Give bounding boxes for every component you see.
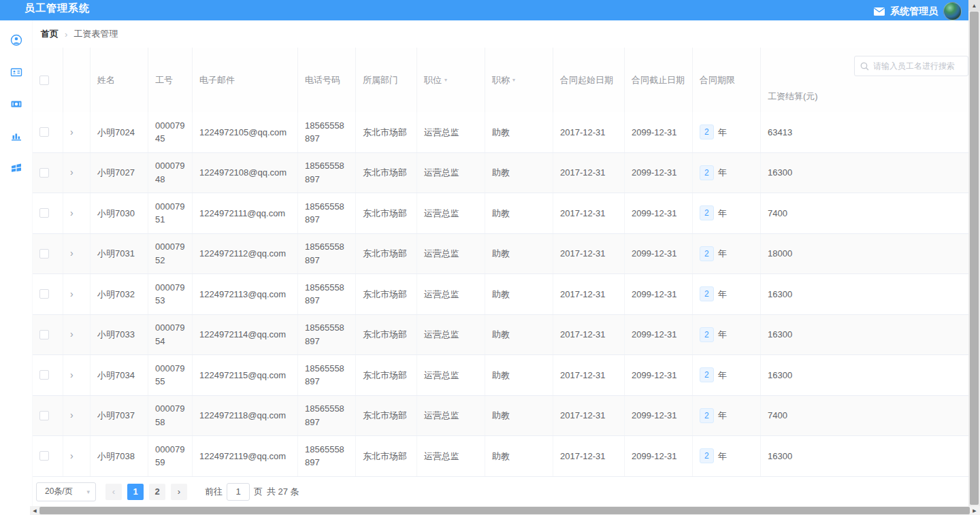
cell-emp-id: 00007948 [148,153,193,193]
cell-phone: 18565558897 [298,112,356,152]
vertical-scrollbar[interactable]: ▲ [968,0,980,507]
cell-email: 1224972114@qq.com [193,315,298,355]
cell-salary: 16300 [761,153,968,193]
cell-job-title: 助教 [485,436,553,476]
horizontal-scroll-thumb[interactable] [39,507,970,514]
user-name: 系统管理员 [890,5,938,18]
bar-chart-icon[interactable] [10,130,22,142]
scroll-right-icon[interactable]: ▶ [970,508,979,514]
avatar[interactable] [943,2,962,20]
col-position-label: 职位 [424,74,442,86]
cell-name: 小明7037 [91,396,148,436]
search-input[interactable] [873,61,962,71]
row-checkbox-cell [33,153,63,193]
col-contract-end: 合同截止日期 [625,48,693,112]
row-checkbox[interactable] [39,208,49,218]
main-content: 首页 › 工资表管理 姓名 工号 电子邮件 电话号码 所属部门 职位 ▾ 职称 … [33,20,968,506]
expand-row-icon[interactable]: › [70,125,74,139]
term-unit: 年 [718,207,727,220]
term-badge: 2 [700,286,714,301]
building-icon[interactable] [10,162,22,174]
row-checkbox[interactable] [39,249,49,259]
sort-caret-icon[interactable]: ▾ [444,77,447,83]
row-checkbox[interactable] [39,370,49,380]
cell-name: 小明7024 [91,112,148,152]
mail-icon[interactable] [874,7,885,16]
row-checkbox[interactable] [39,168,49,178]
cell-dept: 东北市场部 [356,193,417,233]
term-unit: 年 [718,409,727,422]
table-body: › 小明7024 00007945 1224972105@qq.com 1856… [33,112,968,477]
row-checkbox[interactable] [39,451,49,461]
expand-row-icon[interactable]: › [70,165,74,180]
cell-contract-end: 2099-12-31 [625,274,693,314]
col-contract-start: 合同起始日期 [553,48,625,112]
expand-row-icon[interactable]: › [70,408,74,422]
user-circle-icon[interactable] [10,34,22,46]
scroll-left-icon[interactable]: ◀ [30,508,39,514]
row-checkbox[interactable] [39,411,49,420]
cell-email: 1224972113@qq.com [193,274,298,314]
next-page-button[interactable]: › [171,484,187,500]
expand-row-icon[interactable]: › [70,368,74,382]
cell-contract-term: 2 年 [693,396,761,436]
cell-position: 运营总监 [417,274,485,314]
cell-name: 小明7027 [91,153,148,193]
cell-salary: 7400 [761,193,968,233]
cell-dept: 东北市场部 [356,315,417,355]
term-badge: 2 [700,205,714,220]
term-badge: 2 [700,367,714,382]
cell-contract-start: 2017-12-31 [553,355,625,395]
select-all-checkbox[interactable] [39,76,49,85]
cell-position: 运营总监 [417,315,485,355]
cell-email: 1224972118@qq.com [193,396,298,436]
cell-contract-end: 2099-12-31 [625,153,693,193]
term-badge: 2 [700,124,714,139]
expand-row-icon[interactable]: › [70,206,74,220]
term-badge: 2 [700,408,714,423]
breadcrumb-home[interactable]: 首页 [41,28,59,40]
cell-name: 小明7033 [91,315,148,355]
breadcrumb: 首页 › 工资表管理 [33,20,968,48]
expand-row-icon[interactable]: › [70,327,74,342]
expand-row-icon[interactable]: › [70,246,74,261]
page-size-select[interactable]: 20条/页 ▾ [36,482,96,501]
cell-job-title: 助教 [485,112,553,152]
row-checkbox[interactable] [39,127,49,137]
cell-job-title: 助教 [485,234,553,274]
row-checkbox-cell [33,234,63,274]
cell-salary: 63413 [761,112,968,152]
cell-name: 小明7030 [91,193,148,233]
cell-contract-start: 2017-12-31 [553,274,625,314]
expand-row-icon[interactable]: › [70,287,74,301]
table-row: › 小明7032 00007953 1224972113@qq.com 1856… [33,274,968,315]
row-checkbox[interactable] [39,289,49,299]
cell-contract-start: 2017-12-31 [553,234,625,274]
page-jumper-input[interactable] [227,483,250,501]
prev-page-button[interactable]: ‹ [105,484,122,500]
vertical-scroll-thumb[interactable] [970,12,979,505]
sort-caret-icon[interactable]: ▾ [512,77,515,83]
cell-contract-start: 2017-12-31 [553,436,625,476]
scroll-up-icon[interactable]: ▲ [968,0,980,11]
cell-phone: 18565558897 [298,274,356,314]
page-2-button[interactable]: 2 [149,484,165,500]
row-checkbox-cell [33,193,63,233]
row-checkbox[interactable] [39,330,49,339]
money-icon[interactable] [10,98,22,110]
col-email: 电子邮件 [193,48,298,112]
id-card-icon[interactable] [10,66,22,78]
cell-salary: 16300 [761,315,968,355]
cell-position: 运营总监 [417,355,485,395]
jumper-prefix: 前往 [205,486,223,498]
breadcrumb-current: 工资表管理 [74,28,118,40]
horizontal-scrollbar[interactable]: ◀ ▶ [30,506,980,515]
expand-row-icon[interactable]: › [70,449,74,463]
cell-salary: 16300 [761,355,968,395]
cell-emp-id: 00007951 [148,193,193,233]
cell-salary: 18000 [761,234,968,274]
cell-email: 1224972119@qq.com [193,436,298,476]
cell-emp-id: 00007953 [148,274,193,314]
cell-job-title: 助教 [485,274,553,314]
page-1-button[interactable]: 1 [127,484,144,500]
